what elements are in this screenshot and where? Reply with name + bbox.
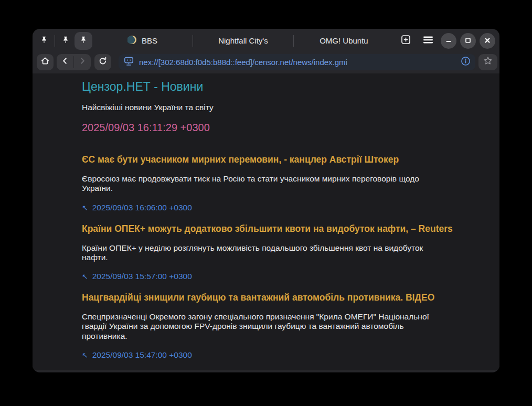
news-article: Нацгвардійці знищили гаубицю та вантажни…: [82, 292, 457, 360]
pinned-tab-2[interactable]: [57, 32, 75, 50]
article-summary: Спецпризначенці Окремого загону спеціаль…: [82, 312, 432, 341]
history-nav-group: [57, 54, 91, 70]
tab-label: BBS: [142, 36, 157, 45]
forward-button[interactable]: [74, 54, 91, 70]
pushpin-icon: [61, 36, 70, 46]
tab-separator: [193, 35, 193, 47]
chevron-right-icon: [78, 57, 87, 67]
tab-bbs[interactable]: BBS: [94, 29, 191, 52]
feed-timestamp: 2025/09/03 16:11:29 +0300: [82, 122, 457, 134]
tab-label: OMG! Ubuntu: [320, 36, 368, 45]
pinned-tab-1[interactable]: [35, 32, 53, 50]
tab-bar: BBS Nightfall City's OMG! Ubuntu: [33, 29, 499, 52]
article-summary: Євросоюз має продовжувати тиск на Росію …: [82, 174, 432, 194]
close-icon: [484, 36, 491, 46]
article-timestamp-link[interactable]: ↖ 2025/09/03 16:06:00 +0300: [82, 203, 457, 212]
tab-omg-ubuntu[interactable]: OMG! Ubuntu: [295, 29, 392, 52]
reload-icon: [98, 56, 108, 68]
maximize-button[interactable]: [460, 33, 476, 49]
reload-button[interactable]: [94, 54, 111, 70]
maximize-icon: [465, 36, 471, 46]
pushpin-icon: [40, 36, 48, 46]
minimize-button[interactable]: [441, 33, 456, 49]
tab-nightfall-citys[interactable]: Nightfall City's: [195, 29, 292, 52]
page-content: Цензор.НЕТ - Новини Найсвіжіші новини Ук…: [33, 73, 499, 370]
home-button[interactable]: [37, 54, 54, 70]
info-circle-icon[interactable]: [461, 56, 471, 68]
bookmark-button[interactable]: [478, 54, 497, 70]
browser-window: BBS Nightfall City's OMG! Ubuntu: [33, 29, 499, 372]
pinned-tab-3-active[interactable]: [75, 32, 92, 50]
back-button[interactable]: [57, 54, 73, 70]
article-link-label: 2025/09/03 16:06:00 +0300: [92, 203, 192, 212]
article-timestamp-link[interactable]: ↖ 2025/09/03 15:47:00 +0300: [82, 350, 457, 360]
new-tab-plus-icon: [401, 35, 411, 47]
url-text: nex://[302:68d0:f0d5:b88d::feed]/censor.…: [139, 58, 456, 67]
link-arrow-icon: ↖: [82, 273, 88, 280]
article-title: Країни ОПЕК+ можуть додатково збільшити …: [82, 223, 457, 234]
nex-terminal-icon: [124, 57, 135, 68]
chevron-left-icon: [61, 57, 69, 67]
tab-separator: [293, 35, 294, 47]
article-title: Нацгвардійці знищили гаубицю та вантажни…: [82, 292, 457, 303]
url-bar[interactable]: nex://[302:68d0:f0d5:b88d::feed]/censor.…: [119, 54, 475, 70]
crescent-moon-icon: [127, 35, 137, 46]
article-timestamp-link[interactable]: ↖ 2025/09/03 15:57:00 +0300: [82, 272, 457, 281]
article-title: ЄС має бути учасником мирних перемовин, …: [82, 154, 457, 165]
navigation-bar: nex://[302:68d0:f0d5:b88d::feed]/censor.…: [33, 52, 499, 73]
article-summary: Країни ОПЕК+ у неділю розглянуть можливі…: [82, 243, 432, 263]
page-title: Цензор.НЕТ - Новини: [82, 80, 457, 94]
link-arrow-icon: ↖: [82, 351, 88, 359]
close-button[interactable]: [480, 33, 495, 49]
minimize-icon: [445, 36, 452, 46]
news-article: Країни ОПЕК+ можуть додатково збільшити …: [82, 223, 457, 282]
home-icon: [40, 56, 50, 68]
menu-button[interactable]: [419, 32, 437, 50]
link-arrow-icon: ↖: [82, 204, 88, 211]
tab-label: Nightfall City's: [218, 36, 268, 45]
tab-separator: [55, 35, 55, 47]
article-link-label: 2025/09/03 15:57:00 +0300: [92, 272, 192, 281]
news-article: ЄС має бути учасником мирних перемовин, …: [82, 154, 457, 212]
page-subtitle: Найсвіжіші новини України та світу: [82, 103, 457, 112]
article-link-label: 2025/09/03 15:47:00 +0300: [92, 350, 192, 360]
new-tab-button[interactable]: [397, 32, 414, 50]
star-outline-icon: [483, 56, 493, 68]
hamburger-menu-icon: [423, 36, 433, 46]
pushpin-icon: [79, 36, 88, 46]
